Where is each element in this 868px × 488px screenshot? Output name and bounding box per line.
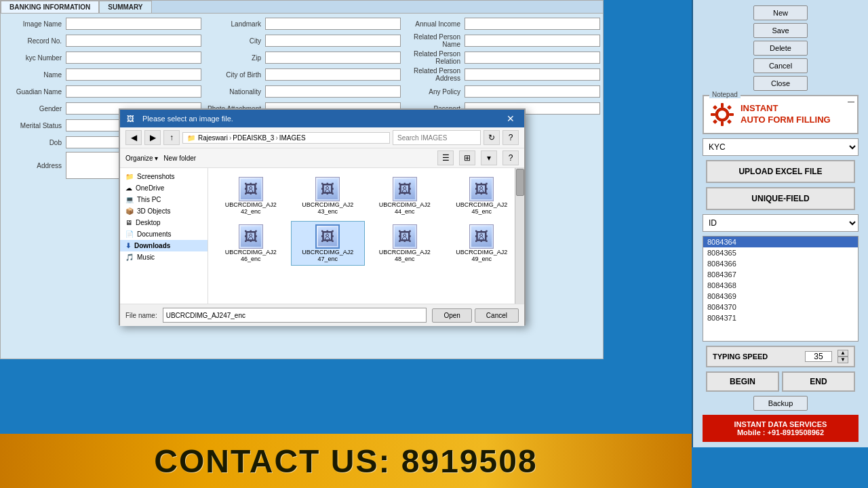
input-name[interactable] [66,68,201,81]
id-item[interactable]: 8084364 [703,237,858,247]
upload-excel-button[interactable]: UPLOAD EXCEL FILE [706,160,855,183]
sidebar-3d-objects[interactable]: 📦 3D Objects [120,205,208,217]
sidebar-desktop[interactable]: 🖥 Desktop [120,217,208,228]
dialog-search-input[interactable] [393,130,481,145]
id-item[interactable]: 8084367 [703,269,858,280]
view-options-btn[interactable]: ▾ [481,150,497,165]
input-related-name[interactable] [465,35,600,47]
sidebar-label: Screenshots [137,173,175,180]
sidebar-downloads[interactable]: ⬇ Downloads [120,240,208,251]
file-name: UBCRCDIMG_AJ247_enc [302,249,353,262]
sidebar-this-pc[interactable]: 💻 This PC [120,194,208,205]
input-city[interactable] [265,35,401,47]
input-guardian[interactable] [66,85,201,98]
new-folder-button[interactable]: New folder [163,155,196,162]
save-button[interactable]: Save [753,23,808,38]
breadcrumb-part1[interactable]: Rajeswari [198,134,228,142]
dialog-close-button[interactable]: ✕ [504,113,517,124]
input-zip[interactable] [265,52,401,64]
id-item[interactable]: 8084369 [703,291,858,302]
refresh-button[interactable]: ↻ [484,130,500,145]
new-button[interactable]: New [753,5,808,20]
sidebar-onedrive[interactable]: ☁ OneDrive [120,182,208,194]
notepad-close-btn[interactable]: — [848,98,854,105]
contact-line1: INSTANT DATA SERVICES [708,420,853,428]
input-policy[interactable] [465,85,600,98]
sidebar-label: Desktop [136,219,161,226]
form-row-zip: Zip [203,50,401,65]
label-zip: Zip [203,54,264,62]
organize-button[interactable]: Organize ▾ [125,155,158,162]
kyc-select[interactable]: KYC [703,138,859,156]
close-button[interactable]: Close [753,76,808,91]
typing-speed-input[interactable] [805,351,832,362]
id-item[interactable]: 8084371 [703,312,858,323]
delete-button[interactable]: Delete [753,41,808,56]
open-button[interactable]: Open [432,308,471,323]
input-landmark[interactable] [265,18,401,30]
spinner-down[interactable]: ▼ [837,357,848,363]
input-related-relation[interactable] [465,52,600,64]
view-grid-btn[interactable]: ⊞ [459,150,475,165]
downloads-icon: ⬇ [125,242,131,249]
sidebar-music[interactable]: 🎵 Music [120,251,208,263]
filename-input[interactable] [163,308,427,323]
breadcrumb-part2[interactable]: PDEAISKB_3 [233,134,274,142]
cancel-button[interactable]: Cancel [753,58,808,73]
id-item[interactable]: 8084365 [703,247,858,258]
cloud-icon: ☁ [125,184,132,192]
file-item-49[interactable]: 🖼 UBCRCDIMG_AJ249_enc [445,221,519,266]
input-record-no[interactable] [66,35,201,47]
tab-banking[interactable]: BANKING INFORMATION [1,1,99,13]
sidebar-screenshots[interactable]: 📁 Screenshots [120,171,208,182]
form-row-city-birth: City of Birth [203,67,401,82]
file-item-42[interactable]: 🖼 UBCRCDIMG_AJ242_enc [214,174,288,218]
contact-line2: Mobile : +91-8919508962 [708,428,853,436]
typing-speed-spinner[interactable]: ▲ ▼ [837,350,848,363]
input-kyc[interactable] [66,52,201,64]
scrollbar-thumb[interactable] [516,169,524,196]
dialog-cancel-button[interactable]: Cancel [475,308,519,323]
input-image-name[interactable] [66,18,201,30]
id-item[interactable]: 8084368 [703,280,858,291]
form-row-record-no: Record No. [3,33,201,48]
file-item-45[interactable]: 🖼 UBCRCDIMG_AJ245_enc [445,174,519,218]
file-item-44[interactable]: 🖼 UBCRCDIMG_AJ244_enc [368,174,442,218]
id-item[interactable]: 8084370 [703,302,858,312]
input-income[interactable] [465,18,600,30]
nav-forward-button[interactable]: ▶ [144,130,161,145]
file-item-46[interactable]: 🖼 UBCRCDIMG_AJ246_enc [214,221,288,266]
spinner-up[interactable]: ▲ [837,350,848,357]
scrollbar-track[interactable] [515,168,524,304]
breadcrumb-part3[interactable]: IMAGES [279,134,306,142]
id-list[interactable]: 8084364 8084365 8084366 8084367 8084368 … [703,236,859,342]
form-row-related-address: Related Person Address [402,67,600,82]
file-item-43[interactable]: 🖼 UBCRCDIMG_AJ243_enc [291,174,366,218]
nav-back-button[interactable]: ◀ [125,130,142,145]
id-item[interactable]: 8084366 [703,258,858,269]
contact-text: CONTACT US: 8919508 [154,443,537,480]
input-city-birth[interactable] [265,68,401,81]
tab-bar: BANKING INFORMATION SUMMARY [1,1,603,14]
view-list-btn[interactable]: ☰ [437,150,454,165]
unique-field-button[interactable]: UNIQUE-FIELD [706,187,855,210]
input-nationality[interactable] [265,85,401,98]
backup-button[interactable]: Backup [753,396,808,411]
tab-summary[interactable]: SUMMARY [99,1,151,13]
typing-speed-row: TYPING SPEED ▲ ▼ [706,346,855,367]
file-item-47[interactable]: 🖼 UBCRCDIMG_AJ247_enc [291,221,366,266]
input-related-address[interactable] [465,68,600,81]
action-buttons: New Save Delete Cancel Close [698,5,863,91]
help-btn2[interactable]: ? [502,150,519,165]
nav-up-button[interactable]: ↑ [163,130,180,145]
form-row-name: Name [3,67,201,82]
help-button[interactable]: ? [502,130,519,145]
end-button[interactable]: END [782,371,855,392]
label-policy: Any Policy [402,88,463,96]
file-item-48[interactable]: 🖼 UBCRCDIMG_AJ248_enc [368,221,442,266]
label-related-name: Related Person Name [402,33,463,48]
dialog-icon: 🖼 [127,115,134,123]
sidebar-documents[interactable]: 📄 Documents [120,228,208,240]
begin-button[interactable]: BEGIN [706,371,779,392]
id-select[interactable]: ID [703,214,859,232]
